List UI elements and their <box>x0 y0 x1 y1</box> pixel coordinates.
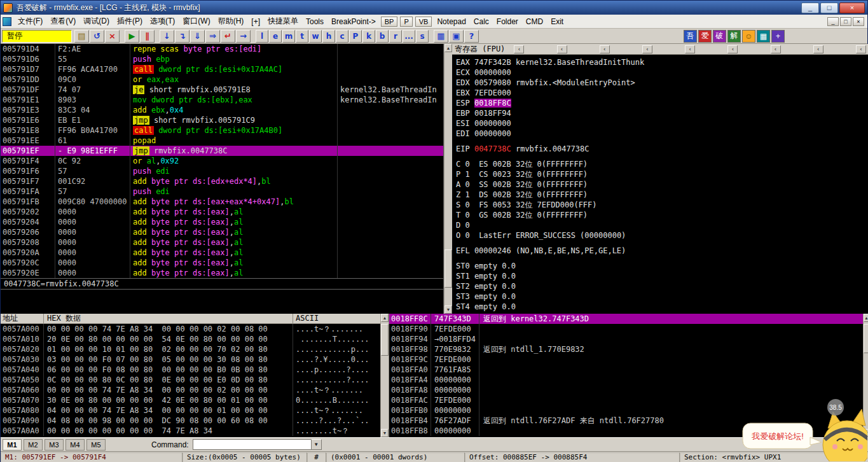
reg-pane-arrow-button[interactable]: ‹ <box>685 45 695 53</box>
dump-row[interactable]: 0057A00000 00 00 00 74 7E A8 34 00 00 00… <box>1 324 380 334</box>
reg-pane-arrow-button[interactable]: ‹ <box>557 45 567 53</box>
toolbar-letter-e[interactable]: e <box>269 30 282 43</box>
toolbar-letter-w[interactable]: w <box>309 30 322 43</box>
reg-pane-arrow-button[interactable]: ‹ <box>771 45 781 53</box>
disasm-row[interactable]: 005792060000add byte ptr ds:[eax],al <box>1 227 443 237</box>
stack-row[interactable]: 0018FFA800000000 <box>389 385 863 395</box>
disasm-row[interactable]: 0057920A0000add byte ptr ds:[eax],al <box>1 248 443 258</box>
tile-plus[interactable]: + <box>771 30 785 43</box>
flag-row[interactable]: O 0 LastErr ERROR_SUCCESS (00000000) <box>456 230 868 241</box>
menu-item[interactable]: 选项(T) <box>146 15 179 28</box>
step-into-icon[interactable]: ↓ <box>160 30 174 43</box>
execute-till-return-icon[interactable]: ↵ <box>221 30 235 43</box>
register-row[interactable]: EDI 00000000 <box>456 129 868 139</box>
scroll-up-icon[interactable]: ▲ <box>864 314 868 322</box>
toolbar-letter-b[interactable]: b <box>376 30 389 43</box>
tile-smiley[interactable]: ☺ <box>742 30 755 43</box>
stack-row[interactable]: 0018FF9C7EFDE000 <box>389 354 863 365</box>
register-row[interactable]: ESP 0018FF8C <box>456 98 868 108</box>
fpu-register-row[interactable]: ST1 empty 0.0 <box>456 271 868 281</box>
toolbar-letter-k[interactable]: k <box>362 30 375 43</box>
disasm-row[interactable]: 0057920E0000add byte ptr ds:[eax],al <box>1 268 443 278</box>
flag-row[interactable]: S 0 FS 0053 32位 7EFDD000(FFF) <box>456 200 868 210</box>
disasm-row[interactable]: 005791DF74 07je short rmvbfix.005791E8ke… <box>1 85 443 95</box>
toolbar-letter-m[interactable]: m <box>282 30 295 43</box>
disasm-row[interactable]: 005791D4F2:AErepne scas byte ptr es:[edi… <box>1 44 443 54</box>
fpu-register-row[interactable]: ST0 empty 0.0 <box>456 261 868 271</box>
flag-row[interactable]: P 1 CS 0023 32位 0(FFFFFFFF) <box>456 169 868 179</box>
toolbar-letter-r[interactable]: r <box>389 30 402 43</box>
disasm-row[interactable]: 005791FA57push edi <box>1 186 443 197</box>
disasm-row[interactable]: 005792020000add byte ptr ds:[eax],al <box>1 207 443 217</box>
menu-item[interactable]: Tools <box>302 16 327 27</box>
go-to-icon[interactable]: → <box>236 30 251 43</box>
disasm-row[interactable]: 005791E18903mov dword ptr ds:[ebx],eaxke… <box>1 95 443 105</box>
stack-row[interactable]: 0018FFA400000000 <box>389 375 863 385</box>
minimize-button[interactable]: _ <box>801 3 819 13</box>
close-program-icon[interactable]: × <box>105 30 120 43</box>
stack-row[interactable]: 0018FF94→0018FFD4 <box>389 334 863 344</box>
register-row[interactable]: EBX 7EFDE000 <box>456 88 868 98</box>
toolbar-letter-P[interactable]: P <box>349 30 362 43</box>
register-row-eip[interactable]: EIP 0047738C rmvbfix.0047738C <box>456 144 868 154</box>
fpu-register-row[interactable]: ST3 empty 0.0 <box>456 291 868 302</box>
menu-item-exit[interactable]: Exit <box>547 16 567 27</box>
memory-tab-m5[interactable]: M5 <box>86 439 106 451</box>
toolbar-letter-dotdotdot[interactable]: ... <box>403 30 415 43</box>
register-row[interactable]: EAX 747F342B kernel32.BaseThreadInitThun… <box>456 57 868 67</box>
reg-pane-arrow-button[interactable]: ‹ <box>856 45 866 53</box>
command-dropdown-icon[interactable]: ▼ <box>311 439 322 450</box>
register-row[interactable]: ECX 00000000 <box>456 67 868 78</box>
disasm-row[interactable]: 0057920C0000add byte ptr ds:[eax],al <box>1 258 443 268</box>
memory-tab-m1[interactable]: M1 <box>3 439 22 451</box>
register-row[interactable]: ESI 00000000 <box>456 118 868 129</box>
reg-pane-arrow-button[interactable]: ‹ <box>813 45 823 53</box>
disasm-row[interactable]: 005792080000add byte ptr ds:[eax],al <box>1 237 443 248</box>
disasm-row[interactable]: 005791EE61popad <box>1 136 443 146</box>
disasm-row[interactable]: 005791F657push edi <box>1 166 443 176</box>
tile-wu[interactable]: 吾 <box>684 30 697 43</box>
menu-item[interactable]: 查看(V) <box>46 15 79 28</box>
disassembly-scrollbar[interactable]: ▲ ▼ <box>444 44 452 314</box>
register-row[interactable]: EDX 00579080 rmvbfix.<ModuleEntryPoint> <box>456 78 868 88</box>
disasm-row[interactable]: 005791E6EB E1jmp short rmvbfix.005791C9 <box>1 115 443 125</box>
dump-row[interactable]: 0057A0A000 00 00 00 00 00 00 00 74 7E A8… <box>1 426 380 436</box>
dump-row[interactable]: 0057A02001 00 00 00 10 01 00 80 02 00 00… <box>1 344 380 354</box>
reg-pane-arrow-button[interactable]: ‹ <box>514 45 524 53</box>
flag-row[interactable]: T 0 GS 002B 32位 0(FFFFFFFF) <box>456 210 868 220</box>
tile-po[interactable]: 破 <box>713 30 726 43</box>
dump-row[interactable]: 0057A08004 00 00 00 74 7E A8 34 00 00 00… <box>1 405 380 416</box>
toolbar-letter-h[interactable]: h <box>322 30 335 43</box>
reg-pane-arrow-button[interactable]: ‹ <box>600 45 610 53</box>
mdi-restore-button[interactable]: □ <box>840 17 851 26</box>
trace-into-icon[interactable]: ⇓ <box>190 30 205 43</box>
register-row[interactable]: EBP 0018FF94 <box>456 108 868 118</box>
stack-row[interactable]: 0018FFA07761FA85 <box>389 365 863 375</box>
dump-row[interactable]: 0057A0500C 00 00 00 80 0C 00 80 0E 00 00… <box>1 375 380 385</box>
disasm-row[interactable]: 005791EF- E9 98E1EFFFjmp rmvbfix.0047738… <box>1 146 443 156</box>
toolbar-letter-t[interactable]: t <box>296 30 308 43</box>
scroll-down-icon[interactable]: ▼ <box>381 429 389 437</box>
disasm-row[interactable]: 005791D7FF96 ACA41700call dword ptr ds:[… <box>1 64 443 74</box>
disasm-row[interactable]: 005791DD09C0or eax,eax <box>1 74 443 85</box>
dump-row[interactable]: 0057A03003 00 00 00 F0 07 00 80 05 00 00… <box>1 354 380 365</box>
reg-pane-arrow-button[interactable]: ‹ <box>642 45 652 53</box>
menu-item-cmd[interactable]: CMD <box>522 16 547 27</box>
menu-item[interactable]: 快捷菜单 <box>264 15 302 28</box>
scroll-down-icon[interactable]: ▼ <box>444 305 452 314</box>
mdi-minimize-button[interactable]: _ <box>827 17 839 26</box>
step-over-icon[interactable]: ↴ <box>175 30 189 43</box>
disasm-row[interactable]: 005791E8FF96 B0A41700call dword ptr ds:[… <box>1 125 443 136</box>
pause-icon[interactable]: ∥ <box>140 30 155 43</box>
flag-row[interactable]: D 0 <box>456 220 868 230</box>
fpu-register-row[interactable]: ST2 empty 0.0 <box>456 281 868 291</box>
reg-pane-arrow-button[interactable]: ‹ <box>727 45 738 53</box>
disasm-row[interactable]: 005791FB009C80 47000000add byte ptr ds:[… <box>1 197 443 207</box>
scrollbar-thumb[interactable] <box>381 324 389 356</box>
restart-icon[interactable]: ↺ <box>90 30 104 43</box>
menu-item[interactable]: 调试(D) <box>79 15 113 28</box>
menu-item-notepad[interactable]: Notepad <box>433 16 469 27</box>
menu-item[interactable]: BreakPoint-> <box>327 16 380 27</box>
close-button[interactable]: × <box>839 3 865 13</box>
menu-item[interactable]: 帮助(H) <box>214 15 248 28</box>
